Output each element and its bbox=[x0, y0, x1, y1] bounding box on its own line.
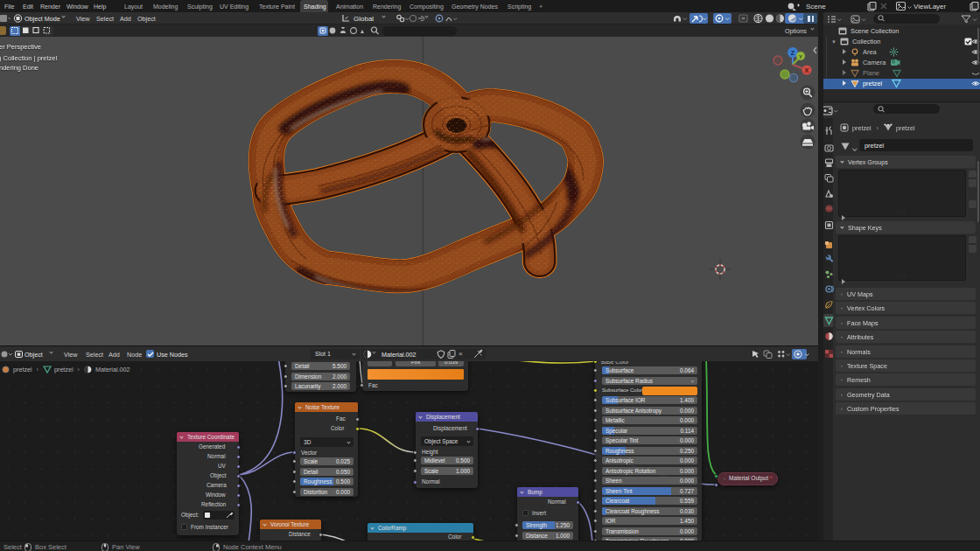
svg-text:Y: Y bbox=[799, 54, 802, 59]
svg-text:X: X bbox=[805, 67, 809, 73]
svg-text:Z: Z bbox=[791, 50, 795, 56]
